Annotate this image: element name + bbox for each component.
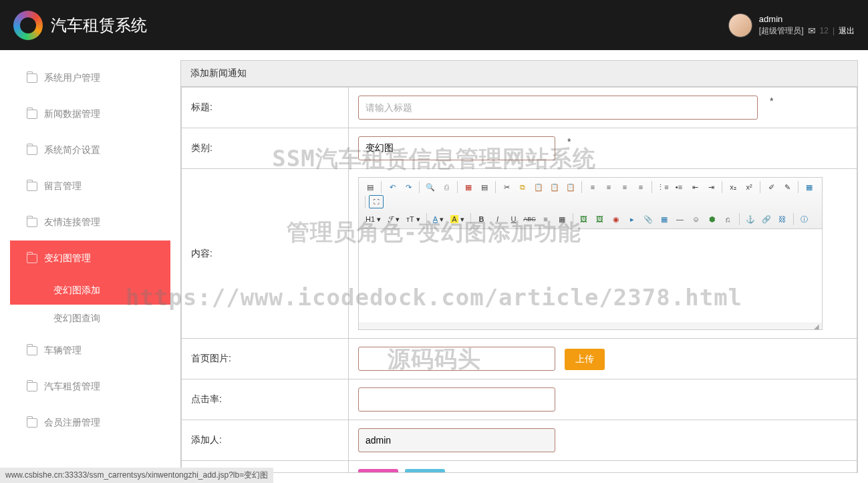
paste-icon[interactable]: 📋 — [531, 180, 546, 194]
copy-icon[interactable]: ⧉ — [515, 180, 530, 194]
sidebar-item-label: 汽车租赁管理 — [44, 381, 100, 393]
about-icon[interactable]: ⓘ — [797, 212, 812, 226]
image-input[interactable] — [358, 347, 555, 371]
preview-icon[interactable]: 🔍 — [423, 180, 438, 194]
bgcolor-select[interactable]: A▾ — [448, 212, 466, 226]
fontsize-select[interactable]: тТ▾ — [404, 212, 423, 226]
source-icon[interactable]: ▤ — [363, 180, 378, 194]
pagebreak-icon[interactable]: ⎌ — [721, 212, 736, 226]
align-center-icon[interactable]: ≡ — [601, 180, 616, 194]
sup-icon[interactable]: x² — [742, 180, 756, 194]
sidebar-item-label: 系统简介设置 — [44, 144, 100, 156]
paste-word-icon[interactable]: 📋 — [563, 180, 578, 194]
avatar[interactable] — [728, 13, 752, 37]
required-mark: * — [567, 136, 571, 147]
editor-body[interactable] — [359, 229, 822, 323]
bold-icon[interactable]: B — [474, 212, 489, 226]
indent-icon[interactable]: ⇥ — [704, 180, 718, 194]
resize-handle[interactable]: ◢ — [359, 323, 822, 329]
heading-select[interactable]: H1▾ — [363, 212, 384, 226]
editor-toolbar: ▤ ↶ ↷ 🔍 ⎙ ▦ ▤ ✂ ⧉ — [359, 178, 822, 229]
user-role: [超级管理员] — [759, 25, 804, 37]
sidebar-item-label: 系统用户管理 — [44, 72, 100, 84]
submit-button[interactable]: 提交 — [358, 469, 398, 473]
multiimage-icon[interactable]: 🖼 — [593, 212, 607, 226]
quickformat-icon[interactable]: ✎ — [780, 180, 794, 194]
sidebar-item-label: 变幻图管理 — [44, 253, 91, 265]
map-icon[interactable]: ⬢ — [705, 212, 720, 226]
link-icon[interactable]: 🔗 — [759, 212, 774, 226]
sidebar-item-vehicles[interactable]: 车辆管理 — [10, 333, 170, 369]
sidebar-sub-slideshow-query[interactable]: 变幻图查询 — [10, 305, 170, 333]
status-bar: www.csbishe.cn:33333/ssm_carrentsys/xinw… — [0, 468, 273, 483]
anchor-icon[interactable]: ⚓ — [743, 212, 758, 226]
sidebar-item-intro[interactable]: 系统简介设置 — [10, 132, 170, 168]
label-image: 首页图片: — [182, 339, 349, 379]
strike-icon[interactable]: ABC — [523, 212, 537, 226]
label-category: 类别: — [182, 128, 349, 169]
undo-icon[interactable]: ↶ — [385, 180, 400, 194]
folder-icon — [27, 218, 37, 227]
image-icon[interactable]: 🖼 — [577, 212, 591, 226]
sidebar-item-label: 留言管理 — [44, 180, 82, 192]
sidebar-item-messages[interactable]: 留言管理 — [10, 168, 170, 204]
flash-icon[interactable]: ◉ — [609, 212, 623, 226]
sidebar-item-news[interactable]: 新闻数据管理 — [10, 96, 170, 132]
sidebar-item-label: 友情连接管理 — [44, 216, 100, 228]
italic-icon[interactable]: I — [490, 212, 505, 226]
author-input[interactable] — [358, 428, 555, 452]
outdent-icon[interactable]: ⇤ — [688, 180, 702, 194]
category-input[interactable] — [358, 136, 555, 160]
reset-button[interactable]: 重置 — [405, 469, 445, 473]
title-input[interactable] — [358, 96, 758, 120]
sidebar-item-label: 车辆管理 — [44, 345, 82, 357]
removeformat-icon[interactable]: ▦ — [555, 212, 569, 226]
rich-editor: ▤ ↶ ↷ 🔍 ⎙ ▦ ▤ ✂ ⧉ — [358, 177, 823, 330]
align-justify-icon[interactable]: ≡ — [633, 180, 648, 194]
sidebar-item-users[interactable]: 系统用户管理 — [10, 60, 170, 96]
forecolor-select[interactable]: A▾ — [430, 212, 446, 226]
logo-icon — [13, 11, 43, 40]
required-mark: * — [770, 96, 773, 106]
sidebar-item-label: 新闻数据管理 — [44, 108, 100, 120]
separator: | — [833, 26, 835, 35]
header-right: admin [超级管理员] ✉12 | 退出 — [728, 13, 855, 37]
paste-text-icon[interactable]: 📋 — [547, 180, 562, 194]
lineheight-icon[interactable]: ≡ — [539, 212, 553, 226]
sidebar-item-links[interactable]: 友情连接管理 — [10, 204, 170, 240]
clicks-input[interactable] — [358, 387, 555, 412]
cut-icon[interactable]: ✂ — [499, 180, 514, 194]
logout-link[interactable]: 退出 — [839, 25, 855, 37]
template-icon[interactable]: ▦ — [461, 180, 476, 194]
emoji-icon[interactable]: ☺ — [689, 212, 704, 226]
underline-icon[interactable]: U — [507, 212, 521, 226]
sidebar-sub-slideshow-add[interactable]: 变幻图添加 — [10, 277, 170, 305]
media-icon[interactable]: ▸ — [625, 212, 639, 226]
clear-format-icon[interactable]: ✐ — [764, 180, 778, 194]
header: 汽车租赁系统 admin [超级管理员] ✉12 | 退出 — [0, 0, 868, 50]
align-left-icon[interactable]: ≡ — [585, 180, 600, 194]
fullscreen-icon[interactable]: ⛶ — [369, 195, 384, 208]
list-ul-icon[interactable]: •≡ — [672, 180, 686, 194]
username: admin — [759, 14, 855, 24]
sidebar-item-rentals[interactable]: 汽车租赁管理 — [10, 369, 170, 405]
mail-icon[interactable]: ✉ — [808, 25, 816, 36]
upload-button[interactable]: 上传 — [565, 349, 605, 370]
folder-icon — [27, 418, 37, 428]
sidebar-item-members[interactable]: 会员注册管理 — [10, 405, 170, 441]
table-icon[interactable]: ▦ — [657, 212, 672, 226]
sidebar-item-slideshow[interactable]: 变幻图管理 — [10, 240, 170, 277]
file-icon[interactable]: 📎 — [641, 212, 656, 226]
font-select[interactable]: ℱ▾ — [385, 212, 402, 226]
sub-icon[interactable]: x₂ — [726, 180, 740, 194]
unlink-icon[interactable]: ⛓ — [775, 212, 790, 226]
print-icon[interactable]: ⎙ — [439, 180, 454, 194]
select-all-icon[interactable]: ▦ — [802, 180, 817, 194]
code-icon[interactable]: ▤ — [477, 180, 492, 194]
folder-icon — [27, 346, 37, 355]
hr-icon[interactable]: — — [673, 212, 688, 226]
msg-count[interactable]: 12 — [820, 26, 829, 35]
redo-icon[interactable]: ↷ — [401, 180, 416, 194]
list-ol-icon[interactable]: ⋮≡ — [656, 180, 670, 194]
align-right-icon[interactable]: ≡ — [617, 180, 632, 194]
